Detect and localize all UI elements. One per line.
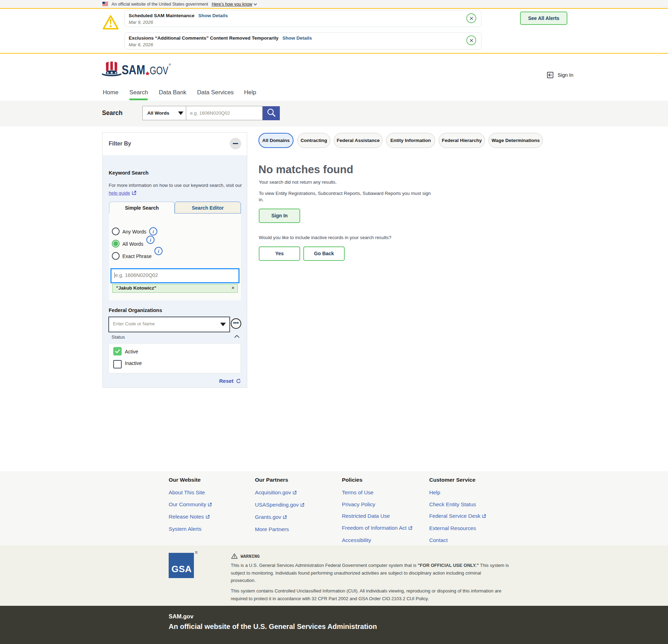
- svg-text:i: i: [158, 249, 159, 254]
- svg-text:i: i: [150, 237, 151, 243]
- svg-text:GOV: GOV: [150, 64, 168, 77]
- svg-text:®: ®: [169, 63, 171, 67]
- svg-text:SAM: SAM: [122, 63, 145, 77]
- svg-text:i: i: [153, 229, 154, 234]
